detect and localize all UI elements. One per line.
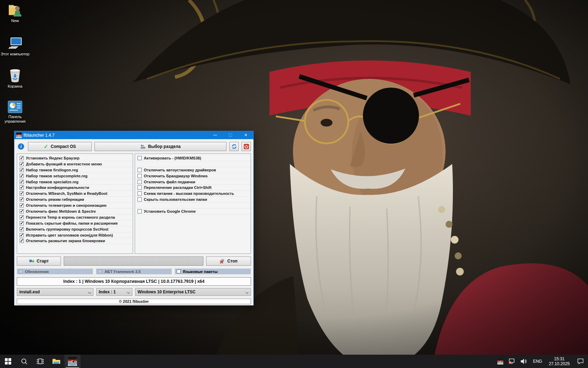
checkbox[interactable] (20, 209, 24, 213)
checkbox[interactable] (138, 209, 142, 213)
desktop-icon-control-panel[interactable]: Панель управления (0, 100, 30, 124)
option-row[interactable]: Отключить автоустановку драйверов (136, 167, 251, 173)
image-edition-value: Windows 10 Enterprise LTSC (138, 289, 196, 294)
option-label: Набор твиков setupcomplete.reg (26, 174, 88, 178)
tray-flblauncher-icon[interactable] (495, 355, 506, 368)
checkbox[interactable] (138, 180, 142, 184)
option-row[interactable]: Схема питания - высокая производительнос… (136, 191, 251, 197)
image-edition-select[interactable]: Windows 10 Enterprise LTSC (135, 288, 251, 296)
checkbox[interactable] (138, 156, 142, 160)
search-button[interactable] (16, 355, 32, 368)
option-row[interactable]: Включить группировку процессов SvcHost (19, 226, 133, 232)
checkbox[interactable] (20, 168, 24, 172)
stop-label: Стоп (227, 259, 238, 264)
option-row[interactable]: Настройки конфиденциальности (19, 185, 133, 191)
partition-button[interactable]: Выбор раздела (94, 142, 226, 151)
partition-label: Выбор раздела (148, 144, 181, 149)
image-file-select[interactable]: install.esd (17, 288, 93, 296)
window-titlebar[interactable]: flblauncher 1.4.7 ✕ (14, 131, 253, 139)
copyright-panel: © 2021 flibustier (17, 299, 251, 304)
flblauncher-taskbar-button[interactable] (64, 355, 80, 368)
netfx-checkbox-strip[interactable]: .NET Framework 3.5 (96, 268, 172, 274)
option-row[interactable]: Установить Яндекс Браузер (19, 155, 133, 161)
checkbox[interactable] (20, 174, 24, 178)
task-view-icon (37, 358, 44, 364)
option-row[interactable]: Отключить файл подкачки (136, 179, 251, 185)
option-row[interactable]: Набор твиков firstlogon.reg (19, 167, 133, 173)
desktop-icon-label: Корзина (0, 84, 30, 89)
checkbox[interactable] (20, 203, 24, 207)
desktop-icon-recycle-bin[interactable]: Корзина (0, 68, 30, 89)
option-row[interactable]: Установить Google Chrome (136, 209, 251, 214)
start-menu-button[interactable] (0, 355, 16, 368)
action-center-button[interactable] (573, 355, 588, 368)
option-row[interactable]: Набор твиков setupcomplete.reg (19, 173, 133, 179)
checkbox[interactable] (20, 239, 24, 243)
checkbox[interactable] (138, 197, 142, 202)
option-row[interactable]: Отключить Брандмауэр Windows (136, 173, 251, 179)
option-row[interactable]: Активировать - (HWID/KMS38) (136, 155, 251, 161)
checkbox[interactable] (20, 156, 24, 160)
updates-checkbox-strip[interactable]: Обновления (17, 268, 93, 274)
option-label: Отключить телеметрию и синхронизацию (26, 203, 106, 207)
option-label: Набор твиков firstlogon.reg (26, 168, 78, 172)
option-row[interactable]: Набор твиков specialize.reg (19, 179, 133, 185)
green-check-icon: ✓ (44, 143, 48, 150)
checkbox[interactable] (177, 270, 181, 273)
checkbox[interactable] (20, 221, 24, 225)
start-button[interactable]: Старт (17, 257, 61, 266)
image-file-value: install.esd (19, 289, 40, 294)
option-row[interactable]: Отключить телеметрию и синхронизацию (19, 203, 133, 209)
checkbox[interactable] (20, 215, 24, 219)
tray-clock-button[interactable]: 15:31 27.10.2025 (546, 355, 573, 368)
volume-icon (520, 358, 527, 364)
checkbox[interactable] (19, 270, 23, 273)
desktop-icon-new[interactable]: New (0, 3, 30, 23)
checkbox[interactable] (20, 191, 24, 196)
copyright-text: © 2021 flibustier (119, 299, 149, 304)
desktop-icon-this-pc[interactable]: Этот компьютер (0, 36, 30, 56)
app-icon (16, 132, 22, 138)
image-index-select[interactable]: Index : 1 (96, 288, 132, 296)
option-row[interactable]: Отключить WSearch, SysMain и ReadyBoot (19, 191, 133, 197)
checkbox[interactable] (138, 185, 142, 190)
option-label: Схема питания - высокая производительнос… (144, 191, 234, 196)
option-row[interactable]: Перенести Temp в корень системного разде… (19, 214, 133, 220)
minimize-button[interactable] (207, 131, 223, 139)
close-button[interactable]: ✕ (238, 131, 253, 139)
checkbox[interactable] (20, 227, 24, 231)
checkbox[interactable] (20, 180, 24, 184)
window-title: flblauncher 1.4.7 (23, 133, 207, 138)
file-explorer-button[interactable] (48, 355, 64, 368)
option-row[interactable]: Скрыть пользовательские папки (136, 197, 251, 203)
compact-os-button[interactable]: ✓ Compact OS (28, 142, 92, 151)
option-row[interactable]: Отключить размытие экрана блокировки (19, 238, 133, 244)
tray-language-button[interactable]: ENG (530, 355, 546, 368)
info-button[interactable]: i (17, 142, 25, 151)
checkbox[interactable] (138, 191, 142, 196)
checkbox[interactable] (138, 174, 142, 178)
tray-network-button[interactable] (506, 355, 518, 368)
checkbox[interactable] (20, 185, 24, 190)
checkbox[interactable] (20, 162, 24, 166)
option-row[interactable]: Отключить режим гибернации (19, 197, 133, 203)
refresh-button[interactable] (229, 142, 239, 151)
maximize-button[interactable] (223, 131, 238, 139)
option-row[interactable]: Переключение раскладки Ctrl+Shift (136, 185, 251, 191)
language-packs-checkbox-strip[interactable]: Языковые пакеты (175, 268, 251, 274)
checkbox[interactable] (138, 168, 142, 172)
option-row[interactable]: Показать скрытые файлы, папки и расширен… (19, 220, 133, 226)
tray-volume-button[interactable] (518, 355, 530, 368)
option-row[interactable]: Отключить фикс Meltdown & Spectre (19, 209, 133, 214)
checkbox[interactable] (20, 233, 24, 237)
checkbox[interactable] (98, 270, 102, 273)
power-button[interactable] (241, 142, 251, 151)
option-label: Набор твиков specialize.reg (26, 180, 78, 184)
option-row[interactable]: Добавить функций в контекстное меню (19, 161, 133, 167)
option-row[interactable]: Исправить цвет заголовков окон(для Ribbo… (19, 232, 133, 238)
checkbox[interactable] (20, 197, 24, 202)
task-view-button[interactable] (32, 355, 48, 368)
stop-button[interactable]: Стоп (206, 257, 251, 266)
info-icon: i (18, 143, 24, 150)
tray-time: 15:31 (549, 356, 570, 361)
